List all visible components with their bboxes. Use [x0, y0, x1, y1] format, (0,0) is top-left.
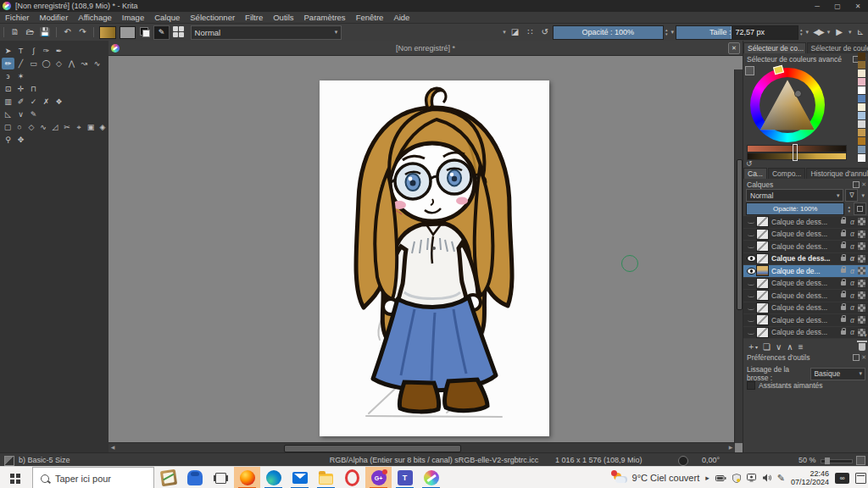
visibility-eye-icon[interactable] [746, 232, 756, 236]
size-spinner[interactable]: ▴▾ [800, 28, 803, 36]
task-view-icon[interactable] [208, 467, 234, 488]
history-swatch[interactable] [858, 103, 865, 112]
zoom-tool[interactable]: ⚲ [2, 134, 14, 146]
duplicate-layer-button[interactable]: ❏ [763, 342, 771, 352]
teams-icon[interactable]: T [392, 467, 418, 488]
text-tool[interactable]: T [14, 45, 27, 57]
foreground-background-colors[interactable] [140, 27, 150, 37]
bezier-curve-tool[interactable]: ↝ [78, 58, 91, 69]
trim-canvas-icon[interactable]: ⊾ [853, 25, 868, 40]
history-swatch[interactable] [858, 146, 865, 154]
layer-row[interactable]: Calque de dess... α [743, 241, 868, 253]
history-swatch[interactable] [858, 120, 865, 129]
opera-icon[interactable] [339, 467, 365, 488]
color-sampler-tool[interactable]: ✐ [14, 96, 27, 108]
history-swatch[interactable] [858, 137, 865, 146]
horizontal-scroll-thumb[interactable] [284, 445, 461, 452]
layer-thumbnail[interactable] [756, 327, 769, 338]
colorize-mask-tool[interactable]: ✓ [27, 96, 40, 108]
pan-tool[interactable]: ✥ [14, 134, 27, 146]
explorer-icon[interactable] [313, 467, 339, 488]
vertical-scrollbar[interactable] [734, 69, 743, 443]
lock-icon[interactable] [841, 293, 846, 297]
assistants-tool[interactable]: ✎ [27, 108, 40, 120]
toolbar-overflow-caret[interactable]: ▾ [503, 29, 506, 36]
ellipse-tool[interactable]: ◯ [40, 58, 53, 69]
freehand-brush-tool[interactable]: ✏ [2, 58, 14, 69]
inherit-alpha-icon[interactable] [858, 218, 865, 225]
menu-calque[interactable]: Calque [149, 13, 185, 22]
move-layer-up-button[interactable]: ∧ [787, 342, 793, 352]
lock-icon[interactable] [841, 244, 846, 248]
battery-icon[interactable] [715, 474, 726, 482]
mirror-vertical-icon[interactable]: ▶ [832, 25, 847, 40]
crop-tool[interactable]: ⊓ [27, 83, 40, 95]
alpha-lock-icon[interactable]: α [849, 242, 856, 251]
multibrush-tool[interactable]: ✶ [14, 70, 27, 82]
layer-row[interactable]: Calque de dess... α [743, 314, 868, 327]
measure-tool[interactable]: ◺ [2, 108, 14, 120]
history-swatch[interactable] [858, 112, 865, 120]
rotation-icon[interactable] [678, 456, 688, 466]
layer-name[interactable]: Calque de dess... [771, 303, 838, 312]
layer-opacity-slider[interactable]: Opacité: 100% [746, 202, 844, 215]
lock-icon[interactable] [841, 330, 846, 335]
alpha-lock-icon[interactable]: α [849, 328, 856, 336]
layer-row[interactable]: Calque de de... α [743, 265, 868, 278]
canvas-page[interactable] [320, 80, 549, 436]
menu-image[interactable]: Image [117, 13, 149, 22]
menu-modifier[interactable]: Modifier [35, 13, 74, 22]
chevron-down-icon[interactable]: ▾ [861, 192, 865, 199]
layer-name[interactable]: Calque de dess... [771, 230, 838, 238]
document-tab-title[interactable]: [Non enregistré] * [108, 44, 743, 53]
freehand-select-tool[interactable]: ∿ [37, 121, 49, 133]
polyline-tool[interactable]: ⋀ [65, 58, 78, 69]
enclose-select-tool[interactable]: ◈ [97, 121, 108, 133]
alpha-lock-icon[interactable]: α [849, 303, 856, 312]
reset-colors-icon[interactable]: ↺ [746, 159, 753, 168]
visibility-eye-icon[interactable] [746, 219, 756, 224]
tab-compositions[interactable]: Compo... [768, 168, 806, 179]
pen-tool[interactable]: ✒ [53, 45, 65, 57]
smart-patch-tool[interactable]: ✗ [40, 96, 53, 108]
rotation-value[interactable]: 0,00° [702, 456, 720, 464]
layer-row[interactable]: Calque de dess... α [743, 327, 868, 340]
delete-layer-button[interactable] [859, 343, 865, 351]
layer-row[interactable]: Calque de dess... α [743, 290, 868, 302]
lock-icon[interactable] [841, 219, 846, 224]
freehand-path-tool[interactable]: ∿ [91, 58, 103, 69]
rectangle-tool[interactable]: ▭ [27, 58, 40, 69]
layer-row[interactable]: Calque de dess... α [743, 278, 868, 291]
alpha-lock-icon[interactable]: α [849, 218, 856, 226]
chevron-down-icon[interactable]: ▾ [806, 29, 810, 36]
edit-shapes-tool[interactable]: ∫ [27, 45, 40, 57]
snap-assistants-checkbox[interactable] [747, 381, 755, 390]
brush-presets-icon[interactable] [173, 26, 185, 38]
visibility-eye-icon[interactable] [746, 255, 756, 262]
layer-row[interactable]: Calque de dess... α [743, 253, 868, 266]
inherit-alpha-icon[interactable] [858, 255, 865, 263]
menu-affichage[interactable]: Affichage [73, 13, 116, 22]
opacity-slider[interactable]: Opacité : 100% [553, 25, 664, 40]
history-swatch[interactable] [858, 61, 865, 69]
reload-preset-icon[interactable]: ↺ [537, 25, 553, 40]
advanced-color-selector[interactable]: ↺ [743, 64, 868, 168]
alpha-lock-icon[interactable]: α [849, 291, 856, 300]
docker-float-icon[interactable] [853, 354, 860, 361]
lock-icon[interactable] [841, 257, 846, 261]
add-layer-button[interactable]: ＋▾ [747, 341, 758, 352]
opacity-spinner[interactable]: ▴▾ [665, 28, 668, 36]
visibility-eye-icon[interactable] [746, 281, 756, 286]
inherit-alpha-icon[interactable] [858, 230, 865, 238]
speaker-icon[interactable] [762, 474, 771, 482]
list-scroll-down-icon[interactable]: ▼ [863, 333, 868, 338]
document-close-icon[interactable]: ✕ [728, 42, 740, 54]
layer-properties-icon[interactable] [854, 202, 866, 215]
history-swatch[interactable] [858, 53, 865, 61]
gradient-bar-handle[interactable] [793, 144, 798, 161]
brush-editor-button[interactable]: ✎ [153, 25, 170, 40]
lock-icon[interactable] [841, 232, 846, 236]
preserve-alpha-icon[interactable]: ∷ [522, 25, 537, 40]
weather-widget[interactable]: 9°C Ciel couvert [613, 473, 700, 484]
polygon-tool[interactable]: ◇ [53, 58, 65, 69]
